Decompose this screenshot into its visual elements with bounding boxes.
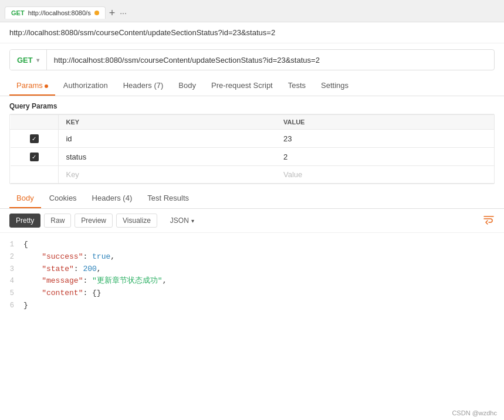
col-checkbox-header bbox=[11, 115, 59, 130]
line-number: 4 bbox=[0, 275, 23, 287]
param-key-cell[interactable]: Key bbox=[59, 166, 276, 184]
method-selector[interactable]: GET ▾ bbox=[10, 50, 47, 70]
chevron-down-icon: ▾ bbox=[36, 57, 39, 63]
col-value-header: VALUE bbox=[276, 115, 494, 130]
code-line: 4 "message": "更新章节状态成功", bbox=[0, 275, 504, 287]
request-bar: GET ▾ bbox=[9, 49, 495, 70]
wrap-icon[interactable] bbox=[483, 214, 495, 228]
tab-dot bbox=[94, 11, 99, 15]
table-row: ✓id23 bbox=[11, 130, 495, 148]
format-bar: Pretty Raw Preview Visualize JSON ▾ bbox=[0, 209, 504, 233]
line-number: 6 bbox=[0, 300, 23, 311]
code-line: 5 "content": {} bbox=[0, 287, 504, 300]
param-key-cell[interactable]: id bbox=[59, 130, 276, 148]
tab-bar: GET http://localhost:8080/s + ··· bbox=[0, 0, 504, 22]
line-content: "message": "更新章节状态成功", bbox=[23, 275, 504, 287]
line-content: "state": 200, bbox=[23, 263, 504, 276]
tab-body[interactable]: Body bbox=[171, 76, 203, 96]
tab-prerequest[interactable]: Pre-request Script bbox=[204, 76, 280, 96]
tab-menu-button[interactable]: ··· bbox=[120, 8, 127, 18]
code-viewer: 1{2 "success": true,3 "state": 200,4 "me… bbox=[0, 233, 504, 318]
url-display: http://localhost:8080/ssm/courseContent/… bbox=[9, 28, 275, 37]
json-chevron-icon: ▾ bbox=[191, 218, 194, 224]
tab-headers[interactable]: Headers (7) bbox=[116, 76, 171, 96]
format-raw-button[interactable]: Raw bbox=[44, 214, 71, 228]
response-tab-test-results[interactable]: Test Results bbox=[140, 189, 196, 208]
code-line: 6} bbox=[0, 300, 504, 312]
line-content: "content": {} bbox=[23, 287, 504, 300]
request-tabs-row: Params Authorization Headers (7) Body Pr… bbox=[0, 76, 504, 96]
line-content: } bbox=[23, 300, 504, 312]
response-tab-cookies[interactable]: Cookies bbox=[42, 189, 84, 208]
code-line: 2 "success": true, bbox=[0, 251, 504, 263]
format-visualize-button[interactable]: Visualize bbox=[116, 214, 157, 228]
line-number: 5 bbox=[0, 287, 23, 299]
tab-method: GET bbox=[11, 9, 25, 16]
url-bar: http://localhost:8080/ssm/courseContent/… bbox=[0, 22, 504, 43]
param-value-cell[interactable]: 23 bbox=[276, 130, 494, 148]
code-line: 1{ bbox=[0, 239, 504, 251]
format-pretty-button[interactable]: Pretty bbox=[9, 214, 40, 228]
param-value-cell[interactable]: Value bbox=[276, 166, 494, 184]
json-type-label: JSON bbox=[170, 216, 189, 225]
query-params-label: Query Params bbox=[0, 96, 504, 114]
tab-params[interactable]: Params bbox=[9, 76, 55, 96]
line-number: 3 bbox=[0, 263, 23, 275]
param-checkbox-cell[interactable]: ✓ bbox=[11, 148, 59, 166]
format-preview-button[interactable]: Preview bbox=[75, 214, 113, 228]
response-tabs-row: Body Cookies Headers (4) Test Results bbox=[0, 189, 504, 209]
line-number: 1 bbox=[0, 239, 23, 250]
new-tab-button[interactable]: + bbox=[109, 8, 116, 18]
param-key-cell[interactable]: status bbox=[59, 148, 276, 166]
method-label: GET bbox=[17, 56, 33, 65]
param-value-cell[interactable]: 2 bbox=[276, 148, 494, 166]
tab-actions: + ··· bbox=[109, 8, 127, 18]
line-content: "success": true, bbox=[23, 251, 504, 263]
param-checkbox-cell[interactable]: ✓ bbox=[11, 130, 59, 148]
tab-settings[interactable]: Settings bbox=[314, 76, 356, 96]
checkbox-checked[interactable]: ✓ bbox=[30, 134, 39, 143]
param-checkbox-cell[interactable] bbox=[11, 166, 59, 184]
params-table-wrapper: KEY VALUE ✓id23✓status2KeyValue bbox=[9, 114, 495, 184]
params-table: KEY VALUE ✓id23✓status2KeyValue bbox=[10, 114, 494, 184]
response-tab-headers[interactable]: Headers (4) bbox=[85, 189, 140, 208]
response-tab-body[interactable]: Body bbox=[9, 189, 41, 208]
tab-url-label: http://localhost:8080/s bbox=[28, 9, 91, 16]
json-type-selector[interactable]: JSON ▾ bbox=[170, 216, 194, 225]
wrap-svg bbox=[483, 214, 495, 225]
tab-tests[interactable]: Tests bbox=[281, 76, 313, 96]
table-row: ✓status2 bbox=[11, 148, 495, 166]
line-content: { bbox=[23, 239, 504, 251]
code-line: 3 "state": 200, bbox=[0, 263, 504, 276]
line-number: 2 bbox=[0, 251, 23, 263]
request-url-input[interactable] bbox=[47, 56, 494, 65]
col-key-header: KEY bbox=[59, 115, 276, 130]
tab-authorization[interactable]: Authorization bbox=[56, 76, 115, 96]
table-row: KeyValue bbox=[11, 166, 495, 184]
checkbox-checked[interactable]: ✓ bbox=[30, 153, 39, 161]
browser-tab[interactable]: GET http://localhost:8080/s bbox=[5, 6, 106, 19]
